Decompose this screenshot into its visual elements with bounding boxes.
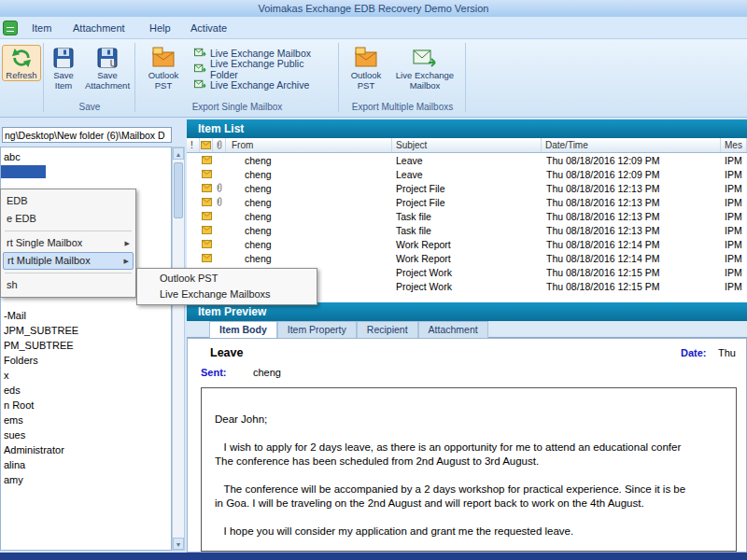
body-line: I hope you will consider my application … [215, 525, 728, 539]
tab-item-property[interactable]: Item Property [277, 321, 357, 338]
body-line [215, 427, 728, 441]
item-row[interactable]: chengProject FileThu 08/18/2016 12:13 PM… [187, 195, 747, 209]
item-row[interactable]: chengLeaveThu 08/18/2016 12:09 PMIPM [187, 167, 747, 181]
tree-item[interactable]: Administrator [1, 442, 171, 457]
save-attachment-button[interactable]: Save Attachment [82, 45, 133, 91]
save-item-label: Save Item [48, 70, 79, 91]
tree-item[interactable]: n Root [1, 398, 171, 413]
tab-help[interactable]: Help [142, 20, 178, 36]
tab-item-body[interactable]: Item Body [209, 321, 277, 338]
preview-sent-label: Sent: [201, 367, 227, 378]
item-from: cheng [226, 167, 392, 181]
tree-item[interactable]: JPM_SUBTREE [1, 323, 171, 338]
col-from[interactable]: From [226, 138, 392, 152]
menu-separator [5, 273, 132, 273]
attachment-icon [213, 153, 226, 167]
tab-recipient[interactable]: Recipient [357, 321, 418, 338]
item-date: Thu 08/18/2016 12:13 PM [542, 209, 721, 223]
item-row[interactable]: chengWork ReportThu 08/18/2016 12:14 PMI… [187, 251, 747, 265]
live-exchange-mailbox-button[interactable]: Live Exchange Mailbox [392, 45, 458, 91]
tree-item[interactable]: PM_SUBTREE [1, 338, 171, 353]
importance-cell [187, 209, 200, 223]
preview-date-label: Date: [681, 347, 707, 358]
importance-cell [187, 251, 200, 265]
item-from: cheng [226, 209, 392, 223]
tree-item[interactable]: x [1, 368, 171, 383]
col-mail-icon[interactable] [200, 138, 213, 152]
attachment-icon [213, 195, 226, 209]
context-menu-item[interactable]: rt Single Mailbox▶ [3, 234, 134, 252]
tree-item[interactable]: abc [1, 149, 171, 164]
submenu-item[interactable]: Outlook PST [139, 271, 315, 287]
tree-item[interactable]: Folders [1, 353, 171, 368]
save-item-button[interactable]: Save Item [47, 45, 80, 91]
tree-item[interactable]: eds [1, 383, 171, 398]
app-menu-icon[interactable] [3, 21, 18, 35]
scroll-up-icon[interactable]: ▲ [173, 147, 184, 160]
item-from: cheng [226, 223, 392, 237]
item-row[interactable]: chengTask fileThu 08/18/2016 12:13 PMIPM [187, 209, 747, 223]
tree-item[interactable]: -Mail [1, 308, 171, 323]
item-date: Thu 08/18/2016 12:13 PM [542, 181, 721, 195]
importance-cell [187, 167, 200, 181]
menu-item-label: EDB [7, 192, 28, 210]
tree-item[interactable]: amy [1, 472, 171, 487]
path-input[interactable] [2, 127, 172, 143]
outlook-pst-label: Outlook PST [139, 70, 188, 91]
refresh-button[interactable]: Refresh [2, 45, 41, 81]
export-single-button[interactable]: Live Exchange Public Folder [192, 61, 334, 77]
col-subject[interactable]: Subject [392, 138, 542, 152]
body-line: The conference will be accompanied by a … [215, 483, 728, 497]
live-exchange-mailbox-label: Live Exchange Mailbox [393, 70, 457, 91]
save-icon [53, 46, 74, 70]
context-menu-item[interactable]: sh [3, 276, 134, 294]
tab-attachment[interactable]: Attachment [65, 20, 133, 36]
item-row[interactable]: chengProject FileThu 08/18/2016 12:13 PM… [187, 181, 747, 195]
item-class: IPM [721, 153, 747, 167]
context-menu-item[interactable]: EDB [3, 192, 134, 210]
tree-item[interactable]: alina [1, 457, 171, 472]
body-line [215, 511, 728, 525]
preview-body: Dear John; I wish to apply for 2 days le… [201, 387, 737, 552]
item-row[interactable]: chengTask fileThu 08/18/2016 12:13 PMIPM [187, 223, 747, 237]
title-bar[interactable]: Voimakas Exchange EDB Recovery Demo Vers… [0, 0, 747, 17]
outlook-pst-multiple-button[interactable]: Outlook PST [344, 45, 388, 91]
context-menu-item[interactable]: rt Multiple Mailbox▶ [3, 252, 134, 270]
item-row[interactable]: chengLeaveThu 08/18/2016 12:09 PMIPM [187, 153, 747, 167]
scroll-thumb[interactable] [174, 162, 183, 218]
outlook-pst-single-button[interactable]: Outlook PST [138, 45, 189, 91]
item-date: Thu 08/18/2016 12:13 PM [542, 223, 721, 237]
mail-icon [200, 153, 213, 167]
tab-attachment[interactable]: Attachment [418, 321, 488, 338]
item-subject: Work Report [392, 251, 542, 265]
col-datetime[interactable]: Date/Time [542, 138, 721, 152]
body-line: I wish to apply for 2 days leave, as the… [215, 441, 728, 455]
item-subject: Project Work [392, 265, 542, 279]
mail-icon [200, 195, 213, 209]
col-importance[interactable]: ! [187, 138, 200, 152]
submenu-arrow-icon: ▶ [125, 234, 130, 252]
item-row[interactable]: chengWork ReportThu 08/18/2016 12:14 PMI… [187, 237, 747, 251]
item-date: Thu 08/18/2016 12:09 PM [542, 153, 721, 167]
body-line: in Goa. I will be traveling on the 2nd A… [215, 497, 728, 511]
item-class: IPM [721, 167, 747, 181]
col-message-class[interactable]: Mes [721, 138, 747, 152]
tree-bottom: -MailJPM_SUBTREEPM_SUBTREEFoldersxedsn R… [1, 308, 171, 487]
tab-activate[interactable]: Activate [183, 20, 234, 36]
tree-item[interactable]: ems [1, 413, 171, 427]
tab-item[interactable]: Item [24, 20, 59, 36]
tree-item-selected[interactable] [1, 165, 46, 178]
menu-item-label: rt Single Mailbox [7, 234, 82, 252]
tree-item[interactable]: sues [1, 427, 171, 442]
item-subject: Project File [392, 195, 542, 209]
item-subject: Task file [392, 223, 542, 237]
scroll-down-icon[interactable]: ▼ [173, 538, 184, 550]
outlook-pst-icon [355, 46, 377, 70]
submenu-item[interactable]: Live Exchange Mailboxs [139, 287, 315, 302]
context-menu-item[interactable]: e EDB [3, 210, 134, 228]
mail-icon [200, 167, 213, 181]
col-attachment-icon[interactable] [213, 138, 226, 152]
tree-scrollbar[interactable]: ▲ ▼ [172, 147, 185, 551]
attachment-icon [213, 223, 226, 237]
ribbon-group-separator [338, 43, 339, 112]
